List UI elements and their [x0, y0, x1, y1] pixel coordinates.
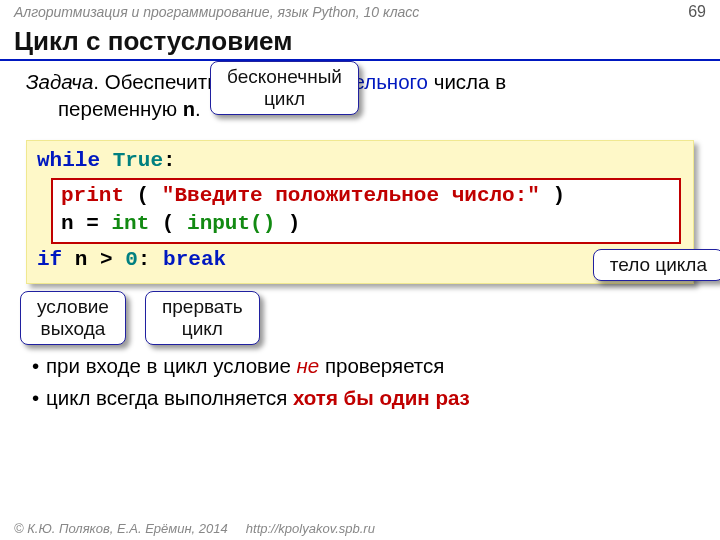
page-number: 69 [688, 3, 706, 21]
bullet-1: при входе в цикл условие не проверяется [32, 354, 694, 378]
footer: © К.Ю. Поляков, Е.А. Ерёмин, 2014 http:/… [14, 521, 375, 536]
code-line-2: print ( "Введите положительное число:" ) [61, 182, 671, 210]
course-label: Алгоритмизация и программирование, язык … [14, 4, 419, 20]
header-bar: Алгоритмизация и программирование, язык … [0, 0, 720, 24]
footer-copyright: © К.Ю. Поляков, Е.А. Ерёмин, 2014 [14, 521, 228, 536]
page-title: Цикл с постусловием [0, 24, 720, 61]
code-line-3: n = int ( input() ) [61, 210, 671, 238]
content-area: Задача. Обеспечить ввод положительного ч… [0, 69, 720, 410]
callout-loop-body: тело цикла [593, 249, 720, 281]
bullet-list: при входе в цикл условие не проверяется … [26, 354, 694, 410]
callout-exit-condition: условие выхода [20, 291, 126, 345]
code-loop-body: print ( "Введите положительное число:" )… [51, 178, 681, 245]
footer-url: http://kpolyakov.spb.ru [246, 521, 375, 536]
task-statement: Задача. Обеспечить ввод положительного ч… [26, 69, 694, 124]
bullet-2: цикл всегда выполняется хотя бы один раз [32, 386, 694, 410]
callout-infinite-loop: бесконечный цикл [210, 61, 359, 115]
task-label: Задача [26, 70, 93, 93]
task-var: n [183, 99, 195, 122]
code-line-1: while True: [37, 147, 683, 175]
code-line-4: if n > 0: break [37, 246, 683, 274]
callout-break: прервать цикл [145, 291, 260, 345]
